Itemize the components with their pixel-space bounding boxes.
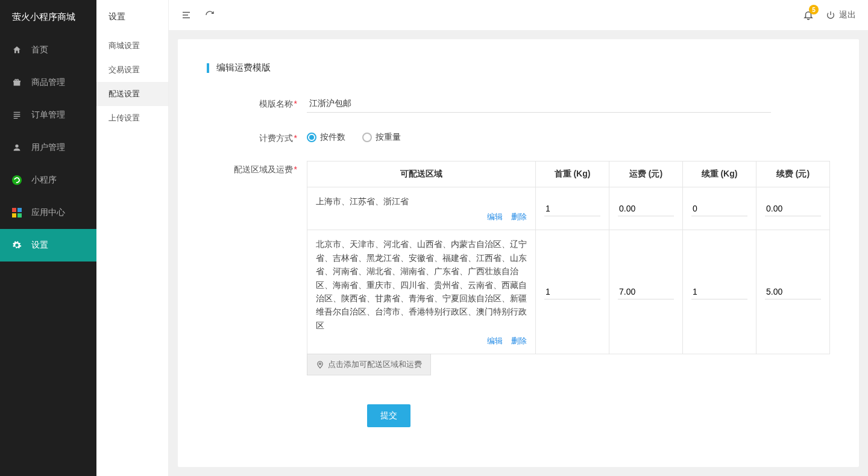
subnav-item-store[interactable]: 商城设置 xyxy=(96,34,168,58)
region-text: 上海市、江苏省、浙江省 xyxy=(316,195,527,208)
add-fee-input[interactable] xyxy=(765,201,821,216)
sidebar-item-label: 应用中心 xyxy=(31,207,65,218)
gear-icon xyxy=(12,240,22,250)
th-region: 可配送区域 xyxy=(307,161,536,187)
add-weight-input[interactable] xyxy=(691,284,747,299)
radio-circle-icon xyxy=(362,133,372,142)
notifications-button[interactable]: 5 xyxy=(803,10,814,20)
sidebar-item-label: 首页 xyxy=(31,45,48,55)
first-fee-input[interactable] xyxy=(618,284,674,299)
sidebar-item-label: 设置 xyxy=(31,240,48,251)
radio-label: 按重量 xyxy=(376,132,401,143)
card: 编辑运费模版 模版名称* 计费方式* 按件数 xyxy=(178,39,859,467)
label-shipping: 配送区域及运费* xyxy=(207,161,307,175)
user-icon xyxy=(12,143,22,152)
sidebar-item-label: 订单管理 xyxy=(31,110,65,121)
sidebar-item-users[interactable]: 用户管理 xyxy=(0,131,96,164)
logout-button[interactable]: 退出 xyxy=(826,10,856,20)
sidebar-item-label: 用户管理 xyxy=(31,142,65,153)
subnav-header: 设置 xyxy=(96,0,168,34)
sidebar-sub: 设置 商城设置 交易设置 配送设置 上传设置 xyxy=(96,0,169,476)
radio-by-weight[interactable]: 按重量 xyxy=(362,132,401,143)
home-icon xyxy=(12,45,22,55)
edit-region-button[interactable]: 编辑 xyxy=(487,336,503,345)
th-add-fee: 续费 (元) xyxy=(756,161,830,187)
location-icon xyxy=(316,360,324,369)
subnav-item-delivery[interactable]: 配送设置 xyxy=(96,82,168,106)
delete-region-button[interactable]: 删除 xyxy=(511,212,527,221)
notification-badge: 5 xyxy=(809,5,819,14)
svg-point-0 xyxy=(319,363,321,365)
add-fee-input[interactable] xyxy=(765,284,821,299)
region-text: 北京市、天津市、河北省、山西省、内蒙古自治区、辽宁省、吉林省、黑龙江省、安徽省、… xyxy=(316,237,527,332)
add-weight-input[interactable] xyxy=(691,201,747,216)
nav-list: 首页 商品管理 订单管理 用户管理 小程序 应用中 xyxy=(0,34,96,476)
collapse-sidebar-button[interactable] xyxy=(181,10,192,20)
main: 5 退出 编辑运费模版 模版名称* 计费方式* xyxy=(169,0,868,476)
gift-icon xyxy=(12,78,22,87)
th-add-weight: 续重 (Kg) xyxy=(683,161,756,187)
label-template-name: 模版名称* xyxy=(207,95,307,110)
apps-icon xyxy=(12,208,22,218)
power-icon xyxy=(826,10,835,20)
first-weight-input[interactable] xyxy=(544,284,600,299)
template-name-input[interactable] xyxy=(307,95,771,113)
th-first-fee: 运费 (元) xyxy=(609,161,683,187)
list-icon xyxy=(12,110,22,120)
radio-by-count[interactable]: 按件数 xyxy=(307,132,345,143)
refresh-icon xyxy=(205,10,215,20)
content: 编辑运费模版 模版名称* 计费方式* 按件数 xyxy=(169,30,868,476)
sidebar-item-settings[interactable]: 设置 xyxy=(0,229,96,261)
delete-region-button[interactable]: 删除 xyxy=(511,336,527,345)
sidebar-item-miniprogram[interactable]: 小程序 xyxy=(0,164,96,196)
sidebar-main: 萤火小程序商城 首页 商品管理 订单管理 用户管理 小程序 xyxy=(0,0,96,476)
sidebar-item-orders[interactable]: 订单管理 xyxy=(0,99,96,131)
add-region-button[interactable]: 点击添加可配送区域和运费 xyxy=(307,354,431,375)
menu-collapse-icon xyxy=(181,10,192,20)
radio-circle-icon xyxy=(307,133,316,142)
sidebar-item-appcenter[interactable]: 应用中心 xyxy=(0,196,96,229)
subnav-item-trade[interactable]: 交易设置 xyxy=(96,58,168,82)
radio-label: 按件数 xyxy=(320,132,345,143)
shipping-table: 可配送区域 首重 (Kg) 运费 (元) 续重 (Kg) 续费 (元) xyxy=(307,161,830,354)
wechat-icon xyxy=(12,175,22,185)
first-weight-input[interactable] xyxy=(544,201,600,216)
sidebar-item-products[interactable]: 商品管理 xyxy=(0,66,96,99)
th-first-weight: 首重 (Kg) xyxy=(536,161,609,187)
table-row: 上海市、江苏省、浙江省 编辑 删除 xyxy=(307,187,830,230)
sidebar-item-home[interactable]: 首页 xyxy=(0,34,96,66)
refresh-button[interactable] xyxy=(205,10,215,20)
topbar: 5 退出 xyxy=(169,0,868,30)
logout-label: 退出 xyxy=(839,10,856,20)
sidebar-item-label: 小程序 xyxy=(31,175,57,186)
label-billing: 计费方式* xyxy=(207,130,307,144)
table-row: 北京市、天津市、河北省、山西省、内蒙古自治区、辽宁省、吉林省、黑龙江省、安徽省、… xyxy=(307,230,830,354)
edit-region-button[interactable]: 编辑 xyxy=(487,212,503,221)
submit-button[interactable]: 提交 xyxy=(367,404,410,427)
page-title: 编辑运费模版 xyxy=(207,62,830,74)
brand-title: 萤火小程序商城 xyxy=(0,0,96,34)
add-region-label: 点击添加可配送区域和运费 xyxy=(328,359,422,370)
sidebar-item-label: 商品管理 xyxy=(31,77,65,88)
subnav-item-upload[interactable]: 上传设置 xyxy=(96,106,168,130)
first-fee-input[interactable] xyxy=(618,201,674,216)
